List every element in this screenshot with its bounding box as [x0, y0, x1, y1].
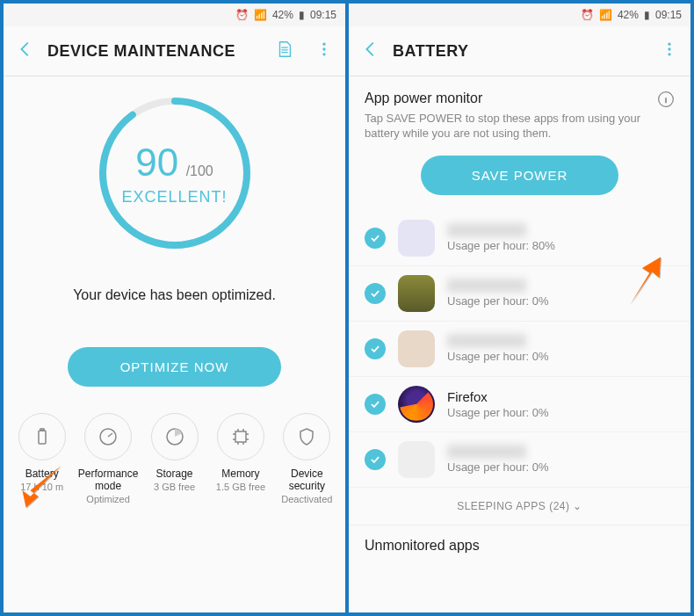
- annotation-arrow: [611, 250, 673, 311]
- clock: 09:15: [655, 9, 682, 21]
- app-icon: [398, 441, 435, 478]
- annotation-arrow: [9, 453, 70, 515]
- gauge-icon: [84, 413, 132, 460]
- clock: 09:15: [310, 9, 336, 21]
- svg-point-0: [322, 43, 325, 46]
- section-title: App power monitor: [365, 91, 675, 106]
- header: BATTERY: [349, 26, 690, 76]
- storage-icon: [151, 413, 199, 460]
- svg-point-11: [668, 47, 670, 50]
- svg-rect-5: [39, 431, 46, 444]
- page-title: DEVICE MAINTENANCE: [47, 42, 235, 61]
- status-bar: ⏰ 📶 42% ▮ 09:15: [349, 4, 690, 26]
- back-icon[interactable]: [16, 40, 35, 62]
- cat-memory[interactable]: Memory 1.5 GB free: [207, 413, 273, 504]
- alarm-icon: ⏰: [235, 9, 249, 21]
- cat-performance[interactable]: Performance mode Optimized: [75, 413, 141, 504]
- app-usage: Usage per hour: 0%: [447, 460, 675, 474]
- app-row[interactable]: Firefox Usage per hour: 0%: [349, 377, 690, 432]
- svg-point-12: [668, 53, 670, 55]
- cat-security[interactable]: Device security Deactivated: [274, 413, 340, 504]
- checkbox-checked[interactable]: [365, 394, 386, 415]
- checkbox-checked[interactable]: [365, 449, 386, 470]
- svg-rect-9: [235, 431, 246, 442]
- svg-point-2: [322, 53, 325, 55]
- app-usage: Usage per hour: 0%: [447, 350, 675, 363]
- score-circle: 90 /100 EXCELLENT!: [4, 76, 345, 261]
- cat-storage[interactable]: Storage 3 GB free: [141, 413, 207, 504]
- chip-icon: [217, 413, 264, 460]
- battery-screen: ⏰ 📶 42% ▮ 09:15 BATTERY App power monito…: [349, 4, 690, 612]
- svg-rect-6: [40, 429, 44, 431]
- sleeping-apps-row[interactable]: SLEEPING APPS (24) ⌄: [349, 488, 690, 525]
- optimize-button[interactable]: OPTIMIZE NOW: [68, 347, 282, 387]
- info-icon[interactable]: [657, 91, 675, 112]
- battery-percent: 42%: [618, 9, 639, 21]
- app-usage: Usage per hour: 0%: [447, 406, 675, 419]
- header: DEVICE MAINTENANCE: [4, 26, 345, 76]
- checkbox-checked[interactable]: [365, 283, 386, 304]
- back-icon[interactable]: [361, 40, 380, 62]
- firefox-icon: [398, 386, 435, 423]
- signal-icon: 📶: [254, 9, 267, 21]
- section-subtitle: Tap SAVE POWER to stop these apps from u…: [365, 112, 675, 141]
- svg-point-10: [668, 43, 670, 46]
- svg-point-4: [103, 101, 247, 245]
- checkbox-checked[interactable]: [365, 338, 386, 359]
- app-power-section: App power monitor Tap SAVE POWER to stop…: [349, 76, 690, 211]
- more-icon[interactable]: [661, 40, 678, 62]
- battery-percent: 42%: [272, 9, 293, 21]
- unmonitored-section[interactable]: Unmonitored apps: [349, 525, 690, 559]
- unmonitored-title: Unmonitored apps: [365, 538, 675, 554]
- app-row[interactable]: Usage per hour: 0%: [349, 322, 690, 377]
- device-maintenance-screen: ⏰ 📶 42% ▮ 09:15 DEVICE MAINTENANCE 90 /1…: [4, 4, 345, 612]
- app-name: [447, 279, 526, 293]
- signal-icon: 📶: [599, 9, 612, 21]
- chevron-down-icon: ⌄: [573, 500, 582, 512]
- page-title: BATTERY: [393, 42, 469, 61]
- more-icon[interactable]: [315, 40, 333, 62]
- document-icon[interactable]: [275, 40, 294, 62]
- app-row[interactable]: Usage per hour: 0%: [349, 432, 690, 488]
- checkbox-checked[interactable]: [365, 228, 386, 249]
- app-name: [447, 223, 526, 237]
- shield-icon: [283, 413, 330, 460]
- app-name: Firefox: [447, 389, 675, 404]
- battery-icon: ▮: [299, 9, 305, 21]
- app-name: [447, 445, 526, 459]
- app-icon: [398, 220, 435, 257]
- svg-point-1: [322, 47, 325, 50]
- app-name: [447, 334, 526, 348]
- app-icon: [398, 330, 435, 367]
- optimized-message: Your device has been optimized.: [4, 261, 345, 347]
- save-power-button[interactable]: SAVE POWER: [421, 156, 619, 195]
- alarm-icon: ⏰: [581, 9, 594, 21]
- battery-icon: ▮: [644, 9, 650, 21]
- status-bar: ⏰ 📶 42% ▮ 09:15: [4, 4, 345, 26]
- app-icon: [398, 275, 435, 312]
